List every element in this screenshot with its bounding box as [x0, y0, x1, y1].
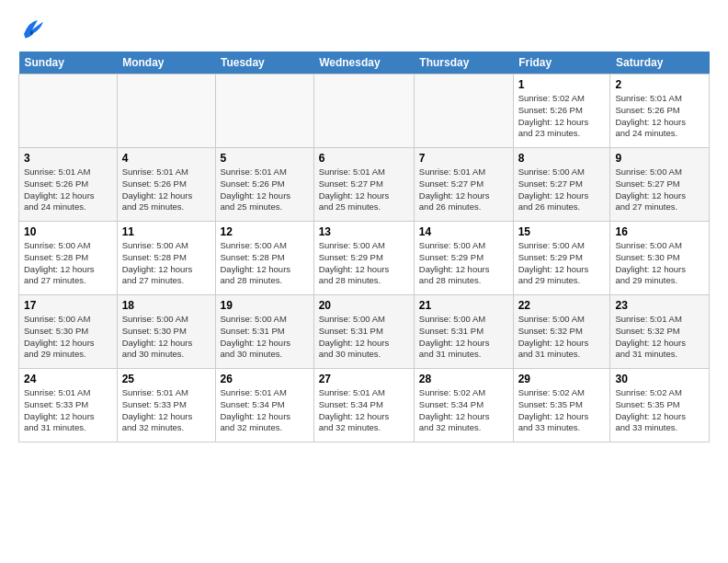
calendar-cell: 24Sunrise: 5:01 AM Sunset: 5:33 PM Dayli…: [19, 369, 118, 442]
page: SundayMondayTuesdayWednesdayThursdayFrid…: [0, 0, 728, 452]
calendar-week-2: 3Sunrise: 5:01 AM Sunset: 5:26 PM Daylig…: [19, 148, 710, 222]
day-number: 9: [615, 152, 704, 165]
day-info: Sunrise: 5:00 AM Sunset: 5:28 PM Dayligh…: [24, 240, 112, 287]
day-info: Sunrise: 5:02 AM Sunset: 5:35 PM Dayligh…: [518, 387, 606, 434]
day-number: 20: [319, 299, 409, 312]
day-number: 18: [122, 299, 210, 312]
day-info: Sunrise: 5:00 AM Sunset: 5:31 PM Dayligh…: [221, 314, 309, 361]
day-number: 10: [24, 225, 112, 238]
day-number: 21: [419, 299, 508, 312]
day-number: 22: [518, 299, 606, 312]
day-number: 7: [419, 152, 508, 165]
day-info: Sunrise: 5:00 AM Sunset: 5:32 PM Dayligh…: [518, 314, 606, 361]
calendar-cell: 25Sunrise: 5:01 AM Sunset: 5:33 PM Dayli…: [117, 369, 215, 442]
day-number: 14: [419, 225, 508, 238]
day-number: 24: [24, 373, 112, 385]
calendar-cell: 5Sunrise: 5:01 AM Sunset: 5:26 PM Daylig…: [215, 148, 313, 222]
day-info: Sunrise: 5:00 AM Sunset: 5:30 PM Dayligh…: [24, 314, 112, 361]
calendar-cell: 30Sunrise: 5:02 AM Sunset: 5:35 PM Dayli…: [610, 369, 710, 442]
day-info: Sunrise: 5:00 AM Sunset: 5:29 PM Dayligh…: [518, 240, 606, 287]
day-number: 6: [319, 152, 409, 165]
day-info: Sunrise: 5:01 AM Sunset: 5:26 PM Dayligh…: [221, 167, 309, 213]
calendar-cell: [19, 75, 118, 148]
calendar-cell: [215, 75, 313, 148]
calendar-cell: 21Sunrise: 5:00 AM Sunset: 5:31 PM Dayli…: [414, 295, 513, 369]
day-number: 12: [221, 225, 309, 238]
day-info: Sunrise: 5:01 AM Sunset: 5:26 PM Dayligh…: [24, 167, 112, 213]
day-info: Sunrise: 5:00 AM Sunset: 5:27 PM Dayligh…: [615, 167, 704, 213]
day-number: 3: [24, 152, 112, 165]
calendar-week-3: 10Sunrise: 5:00 AM Sunset: 5:28 PM Dayli…: [19, 222, 710, 295]
calendar-cell: 22Sunrise: 5:00 AM Sunset: 5:32 PM Dayli…: [513, 295, 610, 369]
day-number: 4: [122, 152, 210, 165]
calendar-cell: 29Sunrise: 5:02 AM Sunset: 5:35 PM Dayli…: [513, 369, 610, 442]
weekday-header-thursday: Thursday: [414, 52, 513, 75]
weekday-header-saturday: Saturday: [610, 52, 710, 75]
day-info: Sunrise: 5:00 AM Sunset: 5:30 PM Dayligh…: [615, 240, 704, 287]
header: [18, 15, 710, 42]
weekday-header-monday: Monday: [117, 52, 215, 75]
day-number: 26: [221, 373, 309, 385]
calendar-cell: [117, 75, 215, 148]
calendar-table: SundayMondayTuesdayWednesdayThursdayFrid…: [18, 52, 710, 442]
calendar-week-1: 1Sunrise: 5:02 AM Sunset: 5:26 PM Daylig…: [19, 75, 710, 148]
day-info: Sunrise: 5:00 AM Sunset: 5:31 PM Dayligh…: [319, 314, 409, 361]
calendar-cell: 7Sunrise: 5:01 AM Sunset: 5:27 PM Daylig…: [414, 148, 513, 222]
calendar-cell: 11Sunrise: 5:00 AM Sunset: 5:28 PM Dayli…: [117, 222, 215, 295]
weekday-header-friday: Friday: [513, 52, 610, 75]
day-number: 17: [24, 299, 112, 312]
calendar-cell: 18Sunrise: 5:00 AM Sunset: 5:30 PM Dayli…: [117, 295, 215, 369]
day-info: Sunrise: 5:02 AM Sunset: 5:35 PM Dayligh…: [615, 387, 704, 434]
day-number: 11: [122, 225, 210, 238]
day-number: 2: [615, 78, 704, 91]
calendar-cell: 14Sunrise: 5:00 AM Sunset: 5:29 PM Dayli…: [414, 222, 513, 295]
day-info: Sunrise: 5:00 AM Sunset: 5:29 PM Dayligh…: [319, 240, 409, 287]
weekday-header-tuesday: Tuesday: [215, 52, 313, 75]
day-info: Sunrise: 5:01 AM Sunset: 5:34 PM Dayligh…: [221, 387, 309, 434]
day-number: 29: [518, 373, 606, 385]
weekday-header-row: SundayMondayTuesdayWednesdayThursdayFrid…: [19, 52, 710, 75]
day-number: 30: [615, 373, 704, 385]
day-info: Sunrise: 5:01 AM Sunset: 5:26 PM Dayligh…: [122, 167, 210, 213]
day-info: Sunrise: 5:00 AM Sunset: 5:28 PM Dayligh…: [122, 240, 210, 287]
day-info: Sunrise: 5:02 AM Sunset: 5:26 PM Dayligh…: [518, 93, 606, 140]
weekday-header-wednesday: Wednesday: [313, 52, 414, 75]
calendar-cell: 9Sunrise: 5:00 AM Sunset: 5:27 PM Daylig…: [610, 148, 710, 222]
day-number: 15: [518, 225, 606, 238]
calendar-week-4: 17Sunrise: 5:00 AM Sunset: 5:30 PM Dayli…: [19, 295, 710, 369]
day-number: 25: [122, 373, 210, 385]
calendar-cell: 4Sunrise: 5:01 AM Sunset: 5:26 PM Daylig…: [117, 148, 215, 222]
calendar-week-5: 24Sunrise: 5:01 AM Sunset: 5:33 PM Dayli…: [19, 369, 710, 442]
day-number: 16: [615, 225, 704, 238]
day-info: Sunrise: 5:01 AM Sunset: 5:27 PM Dayligh…: [419, 167, 508, 213]
calendar-cell: 12Sunrise: 5:00 AM Sunset: 5:28 PM Dayli…: [215, 222, 313, 295]
day-info: Sunrise: 5:01 AM Sunset: 5:26 PM Dayligh…: [615, 93, 704, 140]
day-info: Sunrise: 5:02 AM Sunset: 5:34 PM Dayligh…: [419, 387, 508, 434]
day-info: Sunrise: 5:01 AM Sunset: 5:27 PM Dayligh…: [319, 167, 409, 213]
calendar-cell: 10Sunrise: 5:00 AM Sunset: 5:28 PM Dayli…: [19, 222, 118, 295]
calendar-cell: 15Sunrise: 5:00 AM Sunset: 5:29 PM Dayli…: [513, 222, 610, 295]
calendar-cell: 3Sunrise: 5:01 AM Sunset: 5:26 PM Daylig…: [19, 148, 118, 222]
calendar-cell: 8Sunrise: 5:00 AM Sunset: 5:27 PM Daylig…: [513, 148, 610, 222]
calendar-cell: 2Sunrise: 5:01 AM Sunset: 5:26 PM Daylig…: [610, 75, 710, 148]
calendar-cell: 1Sunrise: 5:02 AM Sunset: 5:26 PM Daylig…: [513, 75, 610, 148]
calendar-cell: [414, 75, 513, 148]
logo: [18, 15, 50, 42]
day-info: Sunrise: 5:00 AM Sunset: 5:30 PM Dayligh…: [122, 314, 210, 361]
day-info: Sunrise: 5:01 AM Sunset: 5:32 PM Dayligh…: [615, 314, 704, 361]
day-info: Sunrise: 5:00 AM Sunset: 5:27 PM Dayligh…: [518, 167, 606, 213]
calendar-cell: 26Sunrise: 5:01 AM Sunset: 5:34 PM Dayli…: [215, 369, 313, 442]
calendar-cell: 28Sunrise: 5:02 AM Sunset: 5:34 PM Dayli…: [414, 369, 513, 442]
day-info: Sunrise: 5:00 AM Sunset: 5:31 PM Dayligh…: [419, 314, 508, 361]
day-info: Sunrise: 5:00 AM Sunset: 5:29 PM Dayligh…: [419, 240, 508, 287]
day-info: Sunrise: 5:01 AM Sunset: 5:33 PM Dayligh…: [122, 387, 210, 434]
day-info: Sunrise: 5:01 AM Sunset: 5:33 PM Dayligh…: [24, 387, 112, 434]
calendar-cell: 16Sunrise: 5:00 AM Sunset: 5:30 PM Dayli…: [610, 222, 710, 295]
calendar-cell: 19Sunrise: 5:00 AM Sunset: 5:31 PM Dayli…: [215, 295, 313, 369]
day-number: 8: [518, 152, 606, 165]
day-info: Sunrise: 5:00 AM Sunset: 5:28 PM Dayligh…: [221, 240, 309, 287]
calendar-cell: 17Sunrise: 5:00 AM Sunset: 5:30 PM Dayli…: [19, 295, 118, 369]
weekday-header-sunday: Sunday: [19, 52, 118, 75]
calendar-cell: [313, 75, 414, 148]
calendar-cell: 20Sunrise: 5:00 AM Sunset: 5:31 PM Dayli…: [313, 295, 414, 369]
